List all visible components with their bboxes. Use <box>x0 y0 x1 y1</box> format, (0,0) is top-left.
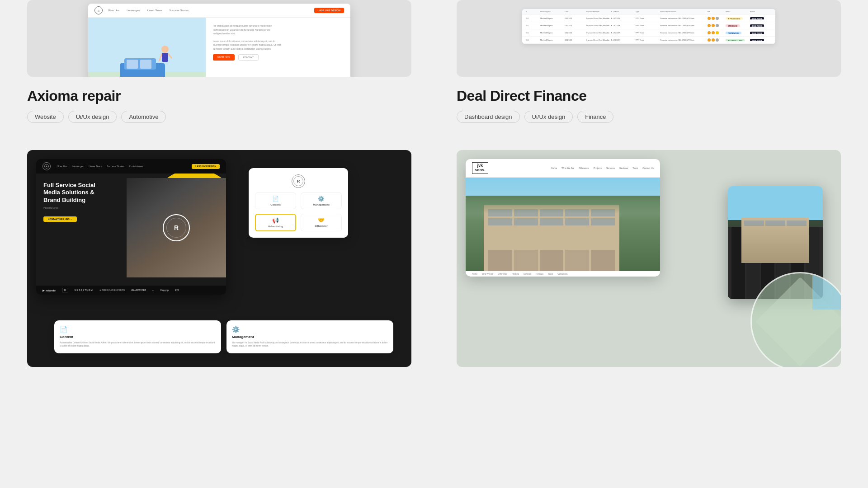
finance-preview: # Name/Nigeria Date Investor/Mandate A. … <box>457 0 841 77</box>
management-card-title: Management <box>232 335 388 339</box>
axioma-cell: ⌂ Über UnsLeistungenUnser TeamSuccess St… <box>0 0 434 141</box>
deal-tag-0[interactable]: Dashboard design <box>457 111 520 123</box>
svg-point-10 <box>161 46 169 53</box>
svg-rect-8 <box>127 60 138 69</box>
deal-direct-tags: Dashboard design Ui/Ux design Finance <box>457 111 841 123</box>
deal-tag-1[interactable]: Ui/Ux design <box>524 111 573 123</box>
svg-rect-11 <box>162 53 168 62</box>
content-card-title: Content <box>60 335 216 339</box>
jvk-preview: jvksons. HomeWho We AreDifferenceProject… <box>457 150 841 367</box>
axioma-preview: ⌂ Über UnsLeistungenUnser TeamSuccess St… <box>27 0 411 77</box>
deal-direct-title: Deal Direct Finance <box>457 88 841 104</box>
axioma-tag-2[interactable]: Automotive <box>121 111 166 123</box>
jvk-cell: jvksons. HomeWho We AreDifferenceProject… <box>434 141 868 396</box>
finance-table: # Name/Nigeria Date Investor/Mandate A. … <box>522 9 775 44</box>
deal-tag-2[interactable]: Finance <box>577 111 613 123</box>
axioma-title: Axioma repair <box>27 88 411 104</box>
deal-direct-info: Deal Direct Finance Dashboard design Ui/… <box>457 88 841 123</box>
axioma-info: Axioma repair Website Ui/Ux design Autom… <box>27 88 411 123</box>
deal-direct-cell: # Name/Nigeria Date Investor/Mandate A. … <box>434 0 868 141</box>
rkrk-preview: Über UnsLeistungenUnser TeamSuccess Stor… <box>27 150 411 367</box>
content-card-body: Authentischer Content für Ihren Social M… <box>60 341 216 348</box>
rkrk-cell: Über UnsLeistungenUnser TeamSuccess Stor… <box>0 141 434 396</box>
management-card-body: Wir managen Ihr Social Media Profil voll… <box>232 341 388 348</box>
axioma-tag-1[interactable]: Ui/Ux design <box>68 111 117 123</box>
svg-rect-9 <box>140 60 151 69</box>
axioma-tags: Website Ui/Ux design Automotive <box>27 111 411 123</box>
main-wrapper: ⌂ Über UnsLeistungenUnser TeamSuccess St… <box>0 0 868 396</box>
axioma-tag-0[interactable]: Website <box>27 111 64 123</box>
